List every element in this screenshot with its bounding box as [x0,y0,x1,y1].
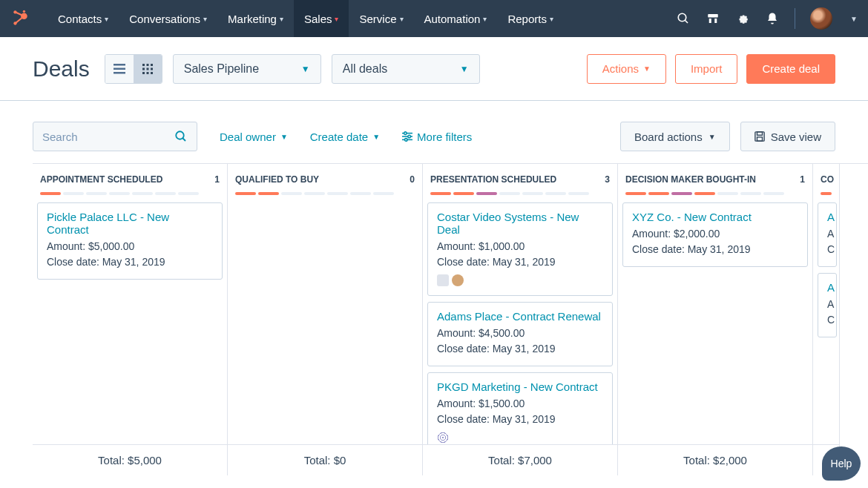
column-name: DECISION MAKER BOUGHT-IN [625,174,756,185]
stage-segment [373,192,394,195]
stage-segment [132,192,153,195]
nav-item-marketing[interactable]: Marketing ▾ [217,0,294,37]
deal-card[interactable]: XYZ Co. - New ContractAmount: $2,000.00C… [622,202,808,267]
nav-item-service[interactable]: Service ▾ [349,0,413,37]
search-icon[interactable] [676,11,691,26]
chevron-down-icon: ▼ [372,133,380,141]
deal-card[interactable]: AAC [818,273,837,337]
stage-segment [258,192,279,195]
chevron-down-icon[interactable]: ▼ [850,15,858,23]
dotted-icon [437,432,449,444]
svg-rect-32 [757,132,762,135]
search-input[interactable]: Search [33,122,197,151]
stage-segment [109,192,130,195]
chevron-down-icon: ▾ [203,15,207,23]
hubspot-logo[interactable] [10,8,31,29]
column-body[interactable]: XYZ Co. - New ContractAmount: $2,000.00C… [618,202,812,444]
nav-item-reports[interactable]: Reports ▾ [497,0,564,37]
chevron-down-icon: ▾ [483,15,487,23]
list-view-button[interactable] [105,55,134,83]
marketplace-icon[interactable] [706,11,720,26]
deal-card[interactable]: AAC [818,202,837,267]
nav-item-conversations[interactable]: Conversations ▾ [119,0,217,37]
svg-rect-11 [114,64,125,66]
svg-rect-19 [151,67,153,70]
svg-rect-15 [146,64,148,66]
board-column: DECISION MAKER BOUGHT-IN1XYZ Co. - New C… [618,164,813,475]
stage-segment [155,192,176,195]
svg-rect-12 [114,67,125,70]
deal-card[interactable]: Costar Video Systems - New DealAmount: $… [427,202,613,296]
pipeline-dropdown[interactable]: Sales Pipeline▼ [173,54,321,84]
nav-item-sales[interactable]: Sales ▾ [294,0,349,37]
deal-amount: Amount: $5,000.00 [47,239,213,254]
svg-rect-9 [709,19,711,23]
filter-bar: Search Deal owner▼ Create date▼ More fil… [0,114,868,159]
avatar [452,274,464,286]
column-body[interactable]: Costar Video Systems - New DealAmount: $… [423,202,617,444]
deal-amount: Amount: $1,000.00 [437,239,603,254]
stage-segment [717,192,738,195]
create-deal-button[interactable]: Create deal [746,54,835,84]
column-total: Total: $5,000 [33,444,227,475]
board-column: APPOINTMENT SCHEDULED1Pickle Palace LLC … [33,164,228,475]
column-total: Total: $7,000 [423,444,617,475]
deal-card[interactable]: Adams Place - Contract RenewalAmount: $4… [427,302,613,366]
chevron-down-icon: ▼ [280,133,288,141]
nav-item-automation[interactable]: Automation ▾ [414,0,498,37]
column-count: 0 [410,174,415,185]
deal-owner-filter[interactable]: Deal owner▼ [220,131,288,143]
svg-point-28 [404,132,407,135]
board-view-button[interactable] [134,55,162,83]
actions-button[interactable]: Actions▼ [587,54,666,84]
stage-segment [568,192,589,195]
svg-point-6 [678,13,686,22]
stage-segment [740,192,761,195]
svg-rect-10 [714,19,717,23]
sliders-icon [402,131,412,142]
deal-card[interactable]: Pickle Palace LLC - New ContractAmount: … [37,202,223,280]
view-toggle [105,54,162,84]
help-button[interactable]: Help [822,446,861,481]
save-view-button[interactable]: Save view [740,122,835,151]
board-actions-button[interactable]: Board actions▼ [620,122,730,151]
svg-rect-14 [142,64,145,66]
company-icon [437,274,449,286]
chevron-down-icon: ▾ [550,15,553,23]
avatar[interactable] [810,7,832,30]
filter-dropdown[interactable]: All deals▼ [332,54,480,84]
column-body[interactable]: Pickle Palace LLC - New ContractAmount: … [33,202,227,444]
save-icon [754,131,765,142]
svg-rect-31 [755,132,764,141]
chevron-down-icon: ▼ [301,64,310,74]
chevron-down-icon: ▼ [643,65,651,73]
import-button[interactable]: Import [675,54,738,84]
deal-close-date: Close date: May 31, 2019 [632,242,798,257]
stage-segment [304,192,325,195]
chevron-down-icon: ▾ [105,15,108,23]
stage-segment [648,192,669,195]
create-date-filter[interactable]: Create date▼ [310,131,380,143]
svg-point-4 [13,22,16,24]
svg-rect-17 [142,67,145,70]
stage-segment [327,192,348,195]
board-column: COAACAAC [813,164,840,475]
deal-title: Pickle Palace LLC - New Contract [47,211,213,236]
column-body[interactable] [228,202,422,444]
bell-icon[interactable] [765,11,780,26]
column-header: PRESENTATION SCHEDULED3 [423,164,617,202]
gear-icon[interactable] [735,11,750,26]
toolbar: Deals Sales Pipeline▼ All deals▼ Actions… [0,37,868,101]
nav-item-contacts[interactable]: Contacts ▾ [47,0,119,37]
nav-right: ▼ [676,7,858,30]
deal-title: XYZ Co. - New Contract [632,211,798,223]
svg-point-23 [176,131,184,139]
svg-rect-22 [151,72,153,74]
stage-segment [86,192,107,195]
more-filters[interactable]: More filters [402,131,472,143]
chevron-down-icon: ▼ [708,133,716,141]
deal-card[interactable]: PKGD Marketing - New ContractAmount: $1,… [427,372,613,444]
stage-segment [625,192,646,195]
column-name: PRESENTATION SCHEDULED [430,174,556,185]
stage-segment [281,192,302,195]
